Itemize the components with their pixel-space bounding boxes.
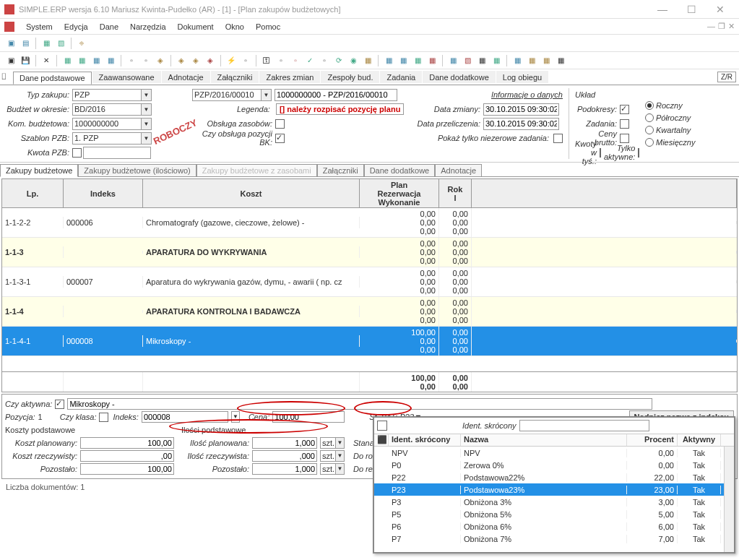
iloscrz-input[interactable]	[252, 450, 317, 462]
vat-row[interactable]: P23 Podstawowa23% 23,00 Tak	[374, 483, 734, 496]
pozycji-checkbox[interactable]	[275, 134, 285, 143]
grid-row[interactable]: 1-1-3 APARATURA DO WYKRYWANIA 0,000,000,…	[2, 238, 737, 267]
tb-icon-e1[interactable]: ▫	[275, 54, 288, 67]
grid-header-koszt[interactable]: Koszt	[143, 179, 360, 207]
vat-row[interactable]: P3 Obniżona 3% 3,00 Tak	[374, 496, 734, 508]
tb-open-icon[interactable]: ▤	[19, 37, 32, 50]
tb-icon-c3[interactable]: ◈	[204, 54, 217, 67]
tb-icon-i2[interactable]: ▦	[525, 54, 538, 67]
tab-main-0[interactable]: Dane podstawowe	[13, 72, 92, 85]
grid-header-plan[interactable]: PlanRezerwacjaWykonanie	[360, 179, 439, 207]
tab-sub-4[interactable]: Dane dodatkowe	[364, 164, 436, 177]
period-radio-2[interactable]	[645, 126, 654, 134]
budzet-combo[interactable]: BD/2016▼	[72, 103, 152, 116]
grid-header-rok[interactable]: RokI	[439, 179, 472, 207]
grid-row[interactable]: 1-1-2-2 000006 Chromatografy (gazowe, ci…	[2, 208, 737, 238]
szablon-combo[interactable]: 1. PZP▼	[72, 132, 152, 145]
tb-icon-c1[interactable]: ◈	[175, 54, 188, 67]
vat-row[interactable]: NPV NPV 0,00 Tak	[374, 447, 734, 459]
vat-header-pct[interactable]: Procent	[627, 434, 678, 446]
tb-icon-b1[interactable]: ▫	[125, 54, 138, 67]
cena-input[interactable]	[272, 411, 345, 423]
vat-dropdown-popup[interactable]: Ident. skrócony ⬛ Ident. skrócony Nazwa …	[373, 416, 735, 553]
tab-sub-3[interactable]: Załączniki	[317, 164, 364, 177]
uom-combo[interactable]: szt.▼	[320, 437, 345, 449]
dataprz-input[interactable]	[483, 118, 559, 130]
kwotywt-checkbox[interactable]	[600, 148, 601, 158]
podokresy-checkbox[interactable]	[620, 105, 629, 114]
grid-body[interactable]: 1-1-2-2 000006 Chromatografy (gazowe, ci…	[2, 208, 737, 371]
typ-zakupu-combo[interactable]: PZP▼	[72, 89, 152, 101]
tb-icon-a4[interactable]: ▦	[104, 54, 117, 67]
tb-icon-h3[interactable]: ▦	[475, 54, 488, 67]
close-button[interactable]: ✕	[706, 4, 735, 15]
vat-rows[interactable]: NPV NPV 0,00 Tak P0 Zerowa 0% 0,00 Tak P…	[374, 447, 734, 545]
tb-icon-c2[interactable]: ◈	[189, 54, 202, 67]
mdi-minimize-button[interactable]: —	[707, 22, 715, 31]
bind-icon[interactable]: ⌷	[1, 72, 12, 82]
tb-icon-1[interactable]: ▣	[4, 54, 17, 67]
menu-edycja[interactable]: Edycja	[59, 22, 94, 31]
tb-icon-e3[interactable]: ▫	[318, 54, 331, 67]
menu-narzędzia[interactable]: Narzędzia	[124, 22, 172, 31]
tb-icon-b2[interactable]: ▫	[139, 54, 152, 67]
tb-icon-a2[interactable]: ▦	[75, 54, 88, 67]
tab-main-5[interactable]: Zespoły bud.	[321, 71, 379, 83]
pozost-qty-input[interactable]	[252, 463, 317, 475]
obsluga-checkbox[interactable]	[275, 119, 285, 129]
period-radio-3[interactable]	[645, 138, 654, 147]
tab-main-3[interactable]: Załączniki	[211, 71, 259, 83]
menu-dane[interactable]: Dane	[94, 22, 124, 31]
period-radio-0[interactable]	[645, 101, 654, 110]
vat-search-input[interactable]	[519, 420, 649, 431]
tab-main-8[interactable]: Log obiegu	[496, 71, 548, 83]
tab-main-4[interactable]: Zakres zmian	[259, 71, 320, 83]
docno-combo[interactable]: PZP/2016/00010▼	[192, 89, 272, 101]
tb-icon-h2[interactable]: ▧	[461, 54, 474, 67]
kom-combo[interactable]: 1000000000▼	[72, 118, 152, 130]
niez-checkbox[interactable]	[553, 134, 563, 143]
tb-icon-h1[interactable]: ▦	[446, 54, 459, 67]
grid-row[interactable]: 1-1-4 APARATURA KONTROLNA I BADAWCZA 0,0…	[2, 297, 737, 327]
menu-okno[interactable]: Okno	[220, 22, 250, 31]
grid-row[interactable]: 1-1-4-1 000008 Mikroskopy - 100,000,000,…	[2, 327, 737, 356]
grid-header-lp[interactable]: Lp.	[2, 179, 64, 207]
menu-pomoc[interactable]: Pomoc	[250, 22, 286, 31]
zadania-checkbox[interactable]	[620, 119, 629, 129]
tab-sub-0[interactable]: Zakupy budżetowe	[0, 164, 78, 177]
tb-save2-icon[interactable]: 💾	[19, 54, 32, 67]
vat-header-name[interactable]: Nazwa	[461, 434, 627, 446]
pozost-cost-input[interactable]	[80, 463, 174, 475]
mdi-restore-button[interactable]: ❐	[718, 22, 725, 31]
vat-row[interactable]: P22 Podstawowa22% 22,00 Tak	[374, 471, 734, 483]
tb-icon-a1[interactable]: ▦	[61, 54, 74, 67]
tb-exit-icon[interactable]: ⎆	[75, 37, 88, 50]
docfull-input[interactable]	[275, 89, 397, 101]
kwota-input[interactable]	[83, 147, 151, 159]
tb-new-icon[interactable]: ▣	[4, 37, 17, 50]
vat-header-id[interactable]: Ident. skrócony	[389, 434, 461, 446]
grid-row[interactable]: 1-1-3-1 000007 Aparatura do wykrywania g…	[2, 267, 737, 297]
vat-search-icon[interactable]	[377, 421, 387, 431]
tb-icon-h4[interactable]: ▦	[490, 54, 503, 67]
name-input[interactable]	[67, 398, 652, 410]
cenybrutto-checkbox[interactable]	[620, 134, 629, 143]
vat-row[interactable]: P6 Obniżona 6% 6,00 Tak	[374, 520, 734, 533]
menu-dokument[interactable]: Dokument	[172, 22, 220, 31]
vat-header-ak[interactable]: Aktywny	[678, 434, 721, 446]
tb-save-icon[interactable]: ▦	[40, 37, 53, 50]
tb-icon-a3[interactable]: ▦	[90, 54, 103, 67]
vat-scrollbar[interactable]	[724, 447, 734, 552]
tb-icon-f2[interactable]: ▦	[361, 54, 374, 67]
czyklasa-checkbox[interactable]	[99, 413, 108, 422]
tb-icon-d1[interactable]: ▫	[239, 54, 252, 67]
vat-row[interactable]: P0 Zerowa 0% 0,00 Tak	[374, 459, 734, 471]
tb-icon-g2[interactable]: ▦	[397, 54, 410, 67]
tb-icon-g1[interactable]: ▦	[382, 54, 395, 67]
tab-main-1[interactable]: Zaawansowane	[92, 71, 161, 83]
indeks-input[interactable]	[142, 411, 228, 423]
kwota-checkbox[interactable]	[72, 148, 82, 158]
tb-refresh-icon[interactable]: ⟳	[332, 54, 345, 67]
kosztrz-input[interactable]	[80, 450, 174, 462]
mdi-close-button[interactable]: ✕	[728, 22, 735, 31]
